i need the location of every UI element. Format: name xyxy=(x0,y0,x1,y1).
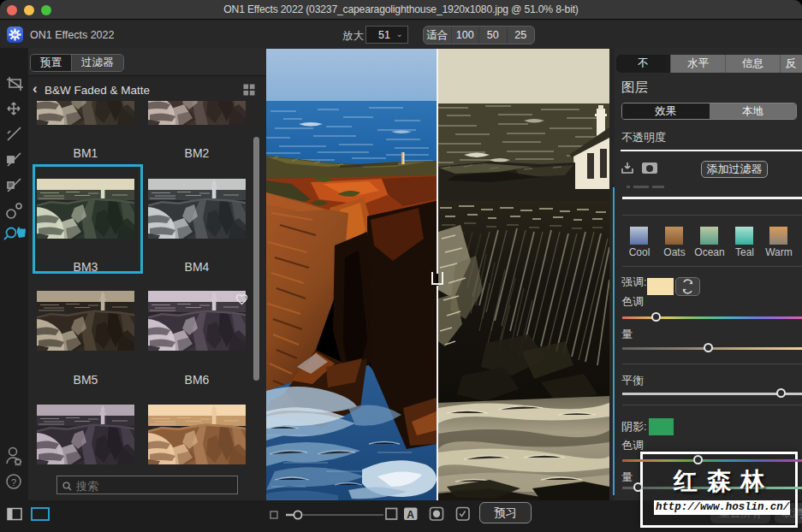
svg-text:A: A xyxy=(407,509,414,521)
svg-text:?: ? xyxy=(11,477,16,488)
